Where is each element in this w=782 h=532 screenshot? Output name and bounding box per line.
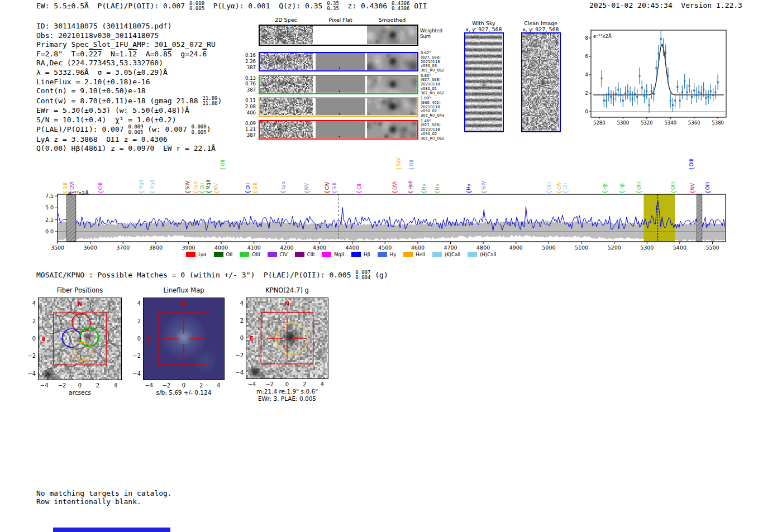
emission-line-brace: { [564, 190, 568, 194]
cutout-xtick: 2 [298, 381, 311, 387]
emission-line-name: OVI [393, 181, 398, 190]
header-summary-line: EW: 5.5±0.5Å P(LAE)/P(OII): 0.007 0.0080… [36, 1, 427, 11]
cutoff-next-row-element [53, 528, 170, 532]
emission-line-label: Hβ{ [618, 183, 627, 194]
col-title-smoothed: Smoothed [366, 17, 418, 23]
legend-label: (K)CaII [445, 252, 460, 257]
weighted-sum-row [259, 25, 418, 46]
cutout-ytick: 0 [128, 336, 141, 342]
emission-line-name: MgII [139, 180, 144, 190]
emission-line-name: SiIV [185, 181, 190, 190]
z-value: 0.4306 [361, 2, 387, 10]
data-point [691, 96, 693, 98]
spectrum-xtick-label: 5100 [573, 245, 590, 251]
lineflux-map-image [144, 298, 224, 380]
cutout-ytick: 2 [23, 318, 36, 324]
emission-line-name: SiII [332, 183, 337, 190]
data-point [627, 90, 628, 92]
legend-swatch [240, 252, 249, 257]
legend-item: OIII [240, 252, 260, 257]
legend-item: MgII [322, 252, 344, 257]
data-point [658, 53, 660, 55]
emission-line-name: OII [409, 160, 414, 166]
fitplot-ytick: 6 [585, 54, 588, 59]
data-point [634, 93, 636, 95]
spectrum-xtick-label: 3800 [147, 245, 165, 251]
emission-line-label: Hβ{ [601, 183, 609, 194]
info-photometry-line: F=2.8" T=0.227 N=1.12 A=0.85 g=24.6 [36, 50, 222, 59]
data-point [660, 38, 662, 40]
col-title-pixelflat: Pixel Flat [316, 17, 365, 23]
legend-label: Lyα [198, 252, 207, 257]
legend-swatch [214, 252, 223, 257]
emission-line-name: OIII [637, 182, 642, 190]
pixelflat-image [316, 121, 365, 138]
data-point [617, 89, 619, 90]
fitplot-ytick: 8 [585, 35, 588, 41]
emission-line-label: NV{ [303, 183, 311, 194]
legend-label: (H)CaII [480, 252, 496, 257]
fiber-meta-labels: 1.09"(930, 401)20210118v030_02301_RU_043 [421, 97, 461, 118]
legend-item: Lyα [186, 252, 207, 257]
legend-item: Hγ [378, 252, 396, 257]
emission-line-label: SiII{ [331, 183, 339, 194]
data-point [670, 100, 671, 102]
data-point [676, 86, 678, 88]
data-point [695, 94, 697, 96]
emission-line-label: SiIV{ [395, 157, 403, 171]
fitplot-xtick: 5340 [664, 120, 676, 126]
pixelflat-image [316, 76, 365, 93]
emission-line-brace: { [186, 190, 190, 194]
emission-line-brace: { [282, 190, 286, 194]
emission-line-brace: { [221, 167, 225, 170]
smoothed-image [367, 121, 417, 138]
info-lambda-line: λ = 5332.96Å σ = 3.05(±0.29)Å [36, 68, 222, 78]
cutout-xtick: −4 [38, 382, 50, 389]
emission-line-name: OVI [70, 181, 75, 190]
lineflux-map-title: Lineflux Map [143, 286, 225, 294]
emission-line-brace: { [253, 190, 258, 194]
emission-line-label: NV{ [212, 183, 221, 194]
cutout-xtick: 2 [92, 382, 104, 389]
cutout-xtick: 4 [316, 381, 328, 387]
emission-line-name: OII [221, 160, 226, 166]
emission-line-brace: { [422, 190, 427, 194]
data-point [681, 92, 683, 93]
emission-line-name: OII [200, 183, 205, 190]
fiber-xlabel: arcsecs [38, 389, 122, 396]
data-point [674, 100, 676, 102]
emission-line-brace: { [397, 167, 401, 170]
legend-swatch [322, 252, 331, 257]
fitplot-xtick: 5380 [712, 120, 724, 126]
data-point [689, 85, 690, 87]
info-radec-line: RA,Dec (224.773453,53.332760) [36, 59, 222, 68]
legend-swatch [268, 252, 277, 257]
cutout-xtick: 0 [281, 381, 293, 387]
data-point [705, 97, 707, 99]
emission-line-brace: { [64, 190, 68, 194]
withsky-panel [464, 32, 504, 132]
data-point [700, 93, 702, 94]
data-point [620, 94, 622, 96]
emission-line-name: OIII [689, 159, 694, 166]
fiber-weight-labels: 0.112.08406 [228, 98, 256, 116]
spectrum-xtick-label: 3600 [82, 245, 99, 251]
emission-line-name: Hβ [603, 183, 608, 190]
cutout-xtick: −4 [246, 381, 258, 387]
emission-line-label: Hγ{ [433, 184, 442, 194]
emission-line-label: MgII{ [149, 180, 157, 194]
emission-line-brace: { [637, 190, 641, 194]
data-point [717, 82, 719, 83]
emission-line-brace: { [435, 190, 440, 194]
plae-hilo: 0.0080.005 [189, 1, 204, 11]
fitplot-ytick: 0 [585, 109, 588, 114]
data-point [605, 100, 607, 102]
legend-item: CIII [295, 252, 314, 257]
fiber-weight-labels: 0.091.21387 [228, 121, 256, 138]
plae-hilo-1: 0.0090.005 [128, 124, 143, 135]
data-point [630, 93, 631, 95]
clean-panel [521, 32, 561, 132]
fiber-positions-panel [38, 298, 122, 380]
fiber-positions-title: Fiber Positions [38, 286, 122, 294]
data-point [649, 104, 650, 106]
